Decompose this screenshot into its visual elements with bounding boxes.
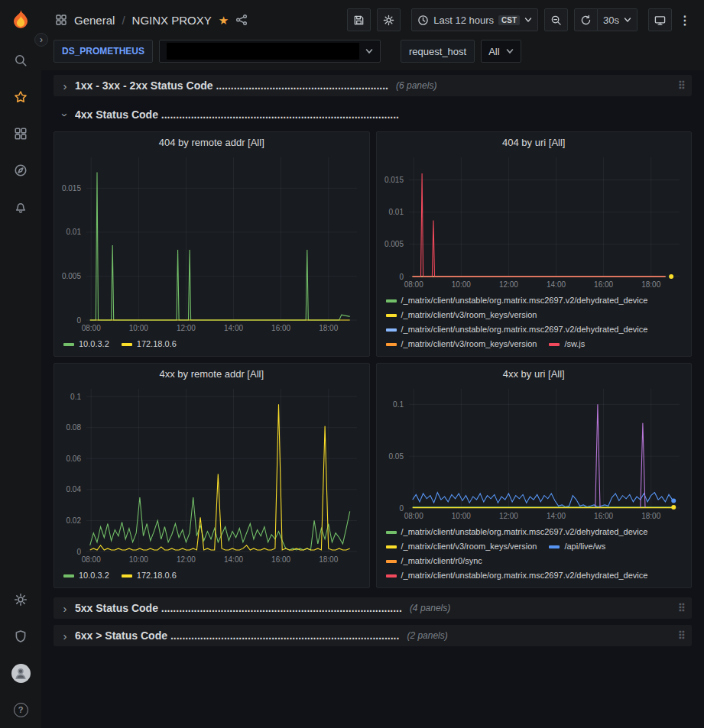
more-options-button[interactable]: ⋮ bbox=[676, 8, 693, 31]
dashboard-content: › 1xx - 3xx - 2xx Status Code ..........… bbox=[41, 70, 704, 728]
datasource-variable-label[interactable]: DS_PROMETHEUS bbox=[54, 40, 153, 63]
svg-text:12:00: 12:00 bbox=[177, 555, 196, 564]
svg-text:0.01: 0.01 bbox=[67, 228, 82, 236]
legend-item[interactable]: 172.18.0.6 bbox=[122, 337, 177, 351]
legend-item[interactable]: /_matrix/client/unstable/org.matrix.msc2… bbox=[386, 322, 648, 337]
datasource-variable-select[interactable] bbox=[159, 40, 381, 63]
request-host-variable-select[interactable]: All bbox=[481, 40, 521, 63]
apps-grid-icon[interactable] bbox=[55, 14, 67, 26]
panel-chart[interactable]: 08:0010:0012:0014:0016:0018:0000.020.040… bbox=[54, 384, 369, 567]
panel-legend: /_matrix/client/unstable/org.matrix.msc2… bbox=[377, 292, 692, 356]
legend-item[interactable]: /_matrix/client/unstable/org.matrix.msc2… bbox=[386, 568, 648, 583]
panel-chart[interactable]: 08:0010:0012:0014:0016:0018:0000.0050.01… bbox=[54, 153, 369, 335]
chevron-right-icon: › bbox=[60, 79, 70, 92]
row-4xx[interactable]: › 4xx Status Code ......................… bbox=[54, 104, 692, 125]
favorite-star-icon[interactable]: ★ bbox=[219, 15, 229, 26]
svg-text:16:00: 16:00 bbox=[594, 512, 613, 520]
legend-swatch bbox=[386, 328, 397, 332]
share-icon[interactable] bbox=[235, 14, 248, 26]
svg-text:14:00: 14:00 bbox=[547, 512, 566, 520]
save-icon bbox=[353, 15, 365, 26]
legend-swatch bbox=[122, 343, 132, 346]
row-6xx[interactable]: › 6xx > Status Code ....................… bbox=[54, 625, 692, 646]
row-1xx-3xx-2xx[interactable]: › 1xx - 3xx - 2xx Status Code ..........… bbox=[54, 75, 692, 96]
grafana-logo[interactable] bbox=[8, 7, 34, 33]
breadcrumb-section[interactable]: General bbox=[74, 14, 115, 27]
row-title: 1xx - 3xx - 2xx Status Code ............… bbox=[75, 79, 388, 92]
sidebar-item-configuration[interactable] bbox=[0, 581, 41, 618]
svg-text:16:00: 16:00 bbox=[594, 280, 613, 289]
save-dashboard-button[interactable] bbox=[347, 8, 371, 31]
sidebar-item-explore[interactable] bbox=[0, 152, 41, 189]
grafana-flame-icon bbox=[9, 8, 32, 31]
legend-item[interactable]: /_matrix/client/unstable/org.matrix.msc2… bbox=[386, 293, 648, 308]
dashboard-title[interactable]: NGINX PROXY bbox=[132, 14, 212, 27]
tv-mode-button[interactable] bbox=[648, 8, 672, 31]
refresh-icon bbox=[580, 15, 592, 26]
panel-title[interactable]: 404 by remote addr [All] bbox=[54, 132, 369, 153]
legend-swatch bbox=[63, 343, 74, 346]
monitor-icon bbox=[654, 15, 666, 26]
svg-text:0.005: 0.005 bbox=[62, 272, 81, 280]
legend-label: /sw.js bbox=[564, 337, 585, 351]
legend-swatch bbox=[549, 545, 560, 548]
legend-item[interactable]: /_matrix/client/unstable/org.matrix.msc2… bbox=[386, 525, 648, 539]
panel-chart[interactable]: 08:0010:0012:0014:0016:0018:0000.050.1 bbox=[377, 384, 692, 523]
dashboard-toolbar: Last 12 hours CST 30s bbox=[347, 8, 693, 31]
legend-swatch bbox=[386, 343, 397, 346]
panel-title[interactable]: 404 by uri [All] bbox=[377, 132, 692, 153]
main-area: General / NGINX PROXY ★ Last 12 hours bbox=[41, 0, 704, 728]
legend-item[interactable]: /_matrix/client/v3/room_keys/version bbox=[386, 308, 537, 322]
sidebar-item-profile[interactable] bbox=[0, 655, 41, 691]
sidebar-item-search[interactable] bbox=[0, 42, 41, 79]
time-range-picker[interactable]: Last 12 hours CST bbox=[411, 8, 538, 31]
legend-item[interactable]: 172.18.0.6 bbox=[122, 568, 177, 583]
legend-item[interactable]: /api/live/ws bbox=[549, 539, 605, 554]
legend-item[interactable]: 10.0.3.2 bbox=[63, 568, 109, 583]
sidebar-item-dashboards[interactable] bbox=[0, 115, 41, 152]
legend-label: /_matrix/client/unstable/org.matrix.msc2… bbox=[401, 525, 648, 539]
timezone-badge: CST bbox=[498, 15, 520, 25]
legend-swatch bbox=[122, 574, 132, 578]
zoom-out-time-button[interactable] bbox=[544, 8, 568, 31]
panel-4xx-by-uri: 4xx by uri [All] 08:0010:0012:0014:0016:… bbox=[376, 363, 693, 588]
legend-label: /_matrix/client/v3/room_keys/version bbox=[401, 539, 537, 554]
svg-text:12:00: 12:00 bbox=[498, 280, 517, 289]
row-drag-handle[interactable]: ⠿ bbox=[678, 602, 686, 614]
sidebar: ? bbox=[0, 0, 41, 728]
sidebar-item-starred[interactable] bbox=[0, 79, 41, 115]
panel-chart[interactable]: 08:0010:0012:0014:0016:0018:0000.0050.01… bbox=[377, 153, 692, 292]
legend-label: /_matrix/client/unstable/org.matrix.msc2… bbox=[401, 322, 648, 337]
legend-item[interactable]: /_matrix/client/r0/sync bbox=[386, 554, 482, 568]
legend-item[interactable]: /sw.js bbox=[549, 337, 585, 351]
sidebar-expand-button[interactable]: › bbox=[34, 33, 48, 47]
svg-text:12:00: 12:00 bbox=[498, 512, 517, 520]
person-icon bbox=[14, 666, 28, 680]
legend-swatch bbox=[549, 343, 560, 346]
legend-swatch bbox=[386, 531, 397, 534]
refresh-interval-select[interactable]: 30s bbox=[598, 8, 637, 31]
legend-item[interactable]: /_matrix/client/v3/room_keys/version bbox=[386, 337, 537, 351]
breadcrumb: General / NGINX PROXY ★ bbox=[55, 14, 248, 27]
sidebar-item-server-admin[interactable] bbox=[0, 618, 41, 655]
legend-label: /api/live/ws bbox=[564, 539, 605, 554]
dashboard-settings-button[interactable] bbox=[377, 8, 401, 31]
row-drag-handle[interactable]: ⠿ bbox=[678, 629, 686, 642]
refresh-button[interactable] bbox=[574, 8, 598, 31]
panel-legend: 10.0.3.2172.18.0.6 bbox=[54, 567, 369, 587]
legend-swatch bbox=[386, 545, 397, 548]
panel-title[interactable]: 4xx by uri [All] bbox=[377, 364, 692, 384]
legend-swatch bbox=[386, 299, 397, 303]
clock-icon bbox=[417, 15, 429, 26]
sidebar-item-help[interactable]: ? bbox=[0, 691, 41, 728]
svg-text:12:00: 12:00 bbox=[177, 324, 196, 332]
legend-item[interactable]: /_matrix/client/v3/room_keys/version bbox=[386, 539, 537, 554]
svg-text:18:00: 18:00 bbox=[641, 280, 660, 289]
panel-title[interactable]: 4xx by remote addr [All] bbox=[54, 364, 369, 384]
legend-item[interactable]: 10.0.3.2 bbox=[63, 337, 109, 351]
sidebar-item-alerting[interactable] bbox=[0, 189, 41, 225]
row-5xx[interactable]: › 5xx Status Code ......................… bbox=[54, 597, 692, 619]
row-drag-handle[interactable]: ⠿ bbox=[678, 79, 686, 92]
request-host-variable-label[interactable]: request_host bbox=[401, 40, 475, 63]
panel-legend: /_matrix/client/unstable/org.matrix.msc2… bbox=[377, 523, 692, 587]
